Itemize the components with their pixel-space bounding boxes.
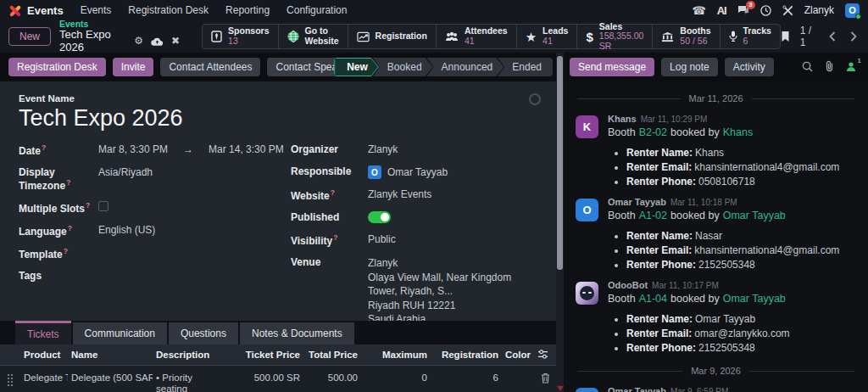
website-value[interactable]: Zlanyk Events bbox=[368, 188, 431, 200]
stat-sponsors[interactable]: Sponsors13 bbox=[203, 25, 277, 48]
status-ring-icon[interactable] bbox=[529, 93, 541, 105]
language-value[interactable]: English (US) bbox=[98, 224, 155, 236]
menu-reporting[interactable]: Reporting bbox=[225, 4, 270, 16]
col-product[interactable]: Product bbox=[20, 344, 68, 360]
menu-registration-desk[interactable]: Registration Desk bbox=[128, 4, 209, 16]
app-name[interactable]: Events bbox=[27, 4, 64, 17]
messages-icon[interactable]: 3 bbox=[737, 5, 749, 15]
message-author[interactable]: Omar Tayyab bbox=[608, 197, 666, 207]
cell-product[interactable]: Delegate T... bbox=[20, 366, 68, 383]
published-toggle[interactable] bbox=[368, 211, 391, 223]
tab-communication[interactable]: Communication bbox=[73, 322, 167, 344]
message-author[interactable]: Omar Tayyab bbox=[608, 386, 666, 392]
timezone-value[interactable]: Asia/Riyadh bbox=[98, 166, 153, 178]
message-author[interactable]: Khans bbox=[608, 114, 637, 124]
tools-icon[interactable] bbox=[782, 5, 793, 16]
user-avatar[interactable]: O bbox=[845, 3, 860, 18]
followers-icon[interactable]: 1 bbox=[846, 61, 856, 72]
new-button[interactable]: New bbox=[8, 27, 51, 46]
booth-link[interactable]: A1-04 bbox=[639, 293, 667, 305]
globe-icon bbox=[287, 31, 299, 42]
save-cloud-icon[interactable] bbox=[151, 37, 164, 47]
renter-link[interactable]: Omar Tayyab bbox=[723, 210, 786, 221]
activity-button[interactable]: Activity bbox=[725, 58, 774, 76]
settings-gear-icon[interactable]: ⚙ bbox=[134, 36, 143, 48]
chatter-message: O Omar TayyabMar 9, 6:59 PM 01/30/2026 0… bbox=[564, 384, 868, 392]
pager-next-icon[interactable] bbox=[849, 30, 860, 43]
invite-button[interactable]: Invite bbox=[113, 58, 154, 76]
company-name[interactable]: Zlanyk bbox=[804, 4, 834, 16]
contact-attendees-button[interactable]: Contact Attendees bbox=[160, 58, 260, 76]
delete-row-icon[interactable] bbox=[534, 366, 556, 384]
stat-sales[interactable]: $ Sales158,355.00 SR bbox=[576, 25, 652, 48]
send-message-button[interactable]: Send message bbox=[570, 58, 654, 76]
stat-go-to-website[interactable]: Go to Website bbox=[278, 25, 348, 48]
cell-ticket-price[interactable]: 500.00 SR bbox=[234, 366, 303, 383]
tab-questions[interactable]: Questions bbox=[169, 322, 238, 344]
menu-configuration[interactable]: Configuration bbox=[287, 4, 347, 16]
col-registration[interactable]: Registration bbox=[431, 344, 502, 360]
col-color[interactable]: Color bbox=[502, 344, 534, 360]
col-description[interactable]: Description bbox=[153, 344, 234, 361]
ai-icon[interactable]: AI bbox=[717, 5, 726, 16]
date-start[interactable]: Mar 8, 3:30 PM bbox=[98, 143, 168, 155]
cell-total-price[interactable]: 500.00 bbox=[303, 366, 361, 383]
col-total-price[interactable]: Total Price bbox=[303, 344, 361, 360]
events-app-logo-icon[interactable] bbox=[8, 4, 21, 17]
scrollbar-thumb[interactable] bbox=[557, 56, 563, 270]
registration-desk-button[interactable]: Registration Desk bbox=[8, 58, 106, 76]
author-avatar[interactable]: K bbox=[576, 115, 598, 138]
cell-description[interactable]: • Priority seating bbox=[153, 366, 203, 392]
stat-leads[interactable]: ★ Leads41 bbox=[516, 25, 577, 48]
optional-columns-icon[interactable] bbox=[534, 344, 556, 360]
published-label: Published bbox=[291, 211, 368, 223]
author-avatar[interactable]: O bbox=[576, 388, 598, 392]
search-messages-icon[interactable] bbox=[802, 61, 813, 72]
stat-tracks[interactable]: Tracks6 bbox=[720, 25, 780, 48]
bookmark-icon[interactable] bbox=[781, 31, 790, 42]
cell-maximum[interactable]: 0 bbox=[361, 366, 431, 383]
log-note-button[interactable]: Log note bbox=[661, 58, 718, 76]
status-step-booked[interactable]: Booked bbox=[373, 58, 433, 76]
vertical-scrollbar[interactable] bbox=[556, 53, 564, 392]
author-avatar[interactable]: O bbox=[576, 199, 598, 221]
stat-registration[interactable]: Registration bbox=[348, 25, 436, 48]
booth-link[interactable]: A1-02 bbox=[639, 210, 667, 221]
activities-clock-icon[interactable] bbox=[760, 5, 771, 16]
booth-link[interactable]: B2-02 bbox=[639, 126, 667, 138]
cell-registration[interactable]: 6 bbox=[431, 366, 502, 383]
status-step-announced[interactable]: Announced bbox=[427, 58, 504, 76]
pager-previous-icon[interactable] bbox=[826, 30, 837, 43]
table-row[interactable]: Delegate T... Delegate (500 SAR) • Prior… bbox=[0, 366, 556, 392]
odoobot-avatar[interactable] bbox=[576, 282, 598, 305]
stat-attendees[interactable]: Attendees41 bbox=[436, 25, 516, 48]
date-end[interactable]: Mar 14, 3:30 PM bbox=[209, 143, 284, 155]
voip-phone-icon[interactable]: ☎ bbox=[692, 5, 705, 16]
attendees-icon bbox=[445, 31, 459, 42]
drag-handle-icon[interactable] bbox=[0, 366, 20, 386]
message-body: BoothB2-02booked byKhans bbox=[608, 126, 856, 138]
tab-tickets[interactable]: Tickets bbox=[15, 321, 71, 344]
multiple-slots-checkbox[interactable] bbox=[98, 201, 108, 211]
attachments-icon[interactable] bbox=[825, 60, 834, 72]
col-maximum[interactable]: Maximum bbox=[361, 344, 431, 360]
organizer-value[interactable]: Zlanyk bbox=[368, 143, 398, 155]
status-step-ended[interactable]: Ended bbox=[498, 58, 553, 76]
venue-value[interactable]: Zlanyk Olaya View Mall, Near Kingdom Tow… bbox=[368, 256, 537, 327]
renter-link[interactable]: Khans bbox=[723, 126, 753, 138]
event-form-sheet: Event Name Tech Expo 2026 Date? Mar 8, 3… bbox=[0, 81, 556, 321]
col-ticket-price[interactable]: Ticket Price bbox=[234, 344, 303, 360]
message-author[interactable]: OdooBot bbox=[608, 280, 648, 290]
status-step-new[interactable]: New bbox=[334, 58, 379, 76]
stat-booths[interactable]: Booths50 / 56 bbox=[652, 25, 719, 48]
menu-events[interactable]: Events bbox=[81, 4, 112, 16]
col-name[interactable]: Name bbox=[68, 344, 153, 360]
renter-link[interactable]: Omar Tayyab bbox=[723, 293, 786, 305]
tab-notes-documents[interactable]: Notes & Documents bbox=[240, 322, 354, 344]
discard-icon[interactable]: ✖ bbox=[171, 36, 180, 48]
responsible-value[interactable]: Omar Tayyab bbox=[387, 166, 448, 178]
scroll-down-arrow[interactable] bbox=[557, 386, 564, 391]
visibility-value[interactable]: Public bbox=[368, 233, 396, 245]
cell-name[interactable]: Delegate (500 SAR) bbox=[68, 366, 153, 383]
event-name-value[interactable]: Tech Expo 2026 bbox=[19, 105, 537, 132]
